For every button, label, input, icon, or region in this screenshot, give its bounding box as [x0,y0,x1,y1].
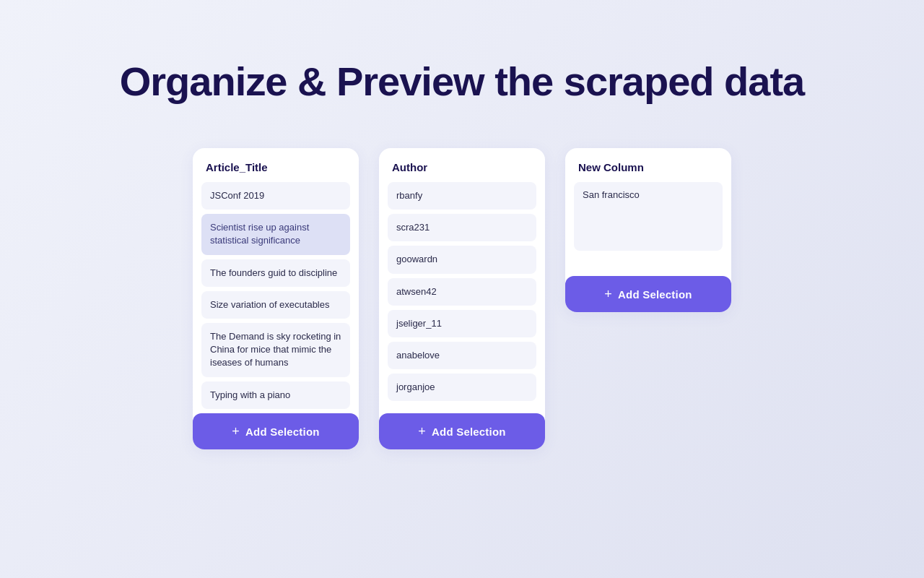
author-header: Author [379,148,545,182]
author-list[interactable]: rbanfyscra231goowardnatwsen42jseliger_11… [379,182,545,413]
new-column-card: New Column San francisco + Add Selection [565,148,731,312]
page-container: Organize & Preview the scraped data Arti… [0,0,924,578]
list-item[interactable]: atwsen42 [388,278,536,306]
new-column-input-area: San francisco [565,182,731,276]
columns-container: Article_Title JSConf 2019Scientist rise … [193,148,731,449]
plus-icon-new: + [604,288,612,301]
page-title: Organize & Preview the scraped data [120,58,804,105]
author-btn-wrapper: + Add Selection [379,413,545,449]
list-item[interactable]: Size variation of executables [201,291,350,319]
list-item[interactable]: jseliger_11 [388,310,536,337]
plus-icon-author: + [418,425,426,438]
list-item[interactable]: Scientist rise up against statistical si… [201,214,350,254]
article-title-add-label: Add Selection [245,426,320,438]
list-item[interactable]: anabelove [388,342,536,369]
article-title-list[interactable]: JSConf 2019Scientist rise up against sta… [193,182,359,413]
list-item[interactable]: The Demand is sky rocketing in China for… [201,323,350,377]
article-title-header: Article_Title [193,148,359,182]
list-item[interactable]: scra231 [388,214,536,241]
list-item[interactable]: Typing with a piano [201,381,350,409]
article-title-card: Article_Title JSConf 2019Scientist rise … [193,148,359,449]
author-card: Author rbanfyscra231goowardnatwsen42jsel… [379,148,545,449]
new-column-input[interactable]: San francisco [574,182,723,251]
list-item[interactable]: jorganjoe [388,374,536,401]
list-item[interactable]: JSConf 2019 [201,182,350,210]
plus-icon: + [232,425,240,438]
list-item[interactable]: The founders guid to discipline [201,259,350,287]
new-column-add-button[interactable]: + Add Selection [565,276,731,312]
new-column-btn-wrapper: + Add Selection [565,276,731,312]
article-title-add-button[interactable]: + Add Selection [193,413,359,449]
list-item[interactable]: goowardn [388,246,536,273]
author-add-button[interactable]: + Add Selection [379,413,545,449]
new-column-header: New Column [565,148,731,182]
list-item[interactable]: rbanfy [388,182,536,210]
author-add-label: Add Selection [432,426,506,438]
article-title-btn-wrapper: + Add Selection [193,413,359,449]
new-column-add-label: Add Selection [618,288,692,301]
